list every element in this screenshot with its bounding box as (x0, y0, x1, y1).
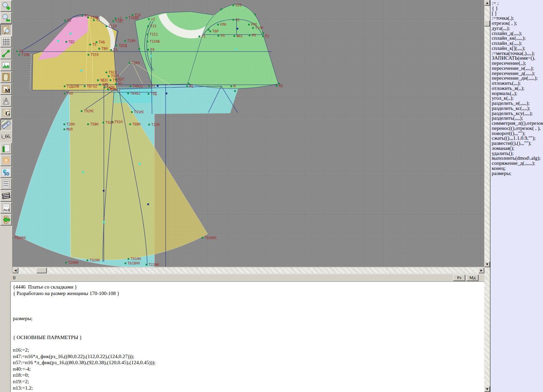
command-item[interactable]: поворот((),,,""); (492, 131, 543, 136)
point-marker (88, 54, 89, 56)
command-item[interactable]: пересечение_д(,,,,,); (492, 71, 543, 76)
point-marker (262, 35, 264, 37)
point-marker (99, 84, 101, 85)
grid-button[interactable] (0, 36, 12, 47)
table-button[interactable] (0, 143, 12, 154)
command-item[interactable]: ЗАПИСАТЬ(имя=(), (492, 56, 543, 61)
command-item[interactable]: разделить(,,,,); (492, 116, 543, 121)
point-marker (102, 122, 104, 123)
command-item[interactable]: удалить(); (492, 151, 543, 156)
command-item[interactable]: выполнить(dmod\.alg); (492, 156, 543, 161)
status-bar: 0 Рз Мд (10, 274, 484, 281)
command-item[interactable]: пересечение_н(,,,,); (492, 66, 543, 71)
canvas-hscrollbar[interactable]: ◀ ▶ (13, 268, 484, 273)
point-label: Т10Б (21, 53, 30, 57)
scroll-down-button-2[interactable]: ▼ (484, 386, 490, 392)
command-item[interactable]: разделить_н(,,,,,); (492, 101, 543, 106)
alg-button[interactable]: ALG (0, 202, 12, 214)
command-item[interactable]: пересечение(,,); (492, 61, 543, 66)
point-marker (93, 19, 95, 21)
point-marker (217, 24, 219, 25)
open-book-button[interactable] (0, 214, 12, 226)
scroll-left-button[interactable]: ◀ (13, 268, 18, 273)
point-marker (129, 62, 130, 64)
point-marker (87, 123, 89, 125)
image-button[interactable] (0, 60, 12, 71)
program-editor[interactable]: {4446 Платье со складками } { Разработан… (10, 281, 484, 392)
scroll-down-button[interactable]: ▼ (484, 261, 490, 267)
photo-button[interactable] (0, 155, 12, 166)
point-label: Т10Н (127, 39, 135, 43)
command-item[interactable]: конец; (492, 166, 543, 171)
point-marker (208, 29, 209, 31)
drawing-canvas[interactable]: Т1Т3Т30БТ7х2Т10ГТ11ПТ4БТД1Т5Т555ГбТ10БТ8… (13, 0, 484, 267)
command-item[interactable]: сжать((),,,1.1,0.9,""); (492, 136, 543, 141)
rz-button[interactable]: Рз (453, 275, 465, 281)
segment-button[interactable] (0, 48, 12, 59)
vscrollbar[interactable]: ▲ ▼ ▼ (484, 0, 490, 392)
pattern-piece-button[interactable] (0, 72, 12, 83)
scroll-right-button[interactable]: ▶ (479, 268, 484, 273)
view-piece-button[interactable] (0, 24, 12, 36)
command-item[interactable]: развести((),(),,,""); (492, 141, 543, 146)
point-label: Т22Н (151, 123, 160, 126)
zoom-in-button[interactable] (0, 0, 12, 12)
3d-button[interactable]: 3D (0, 166, 12, 178)
point-label: ТД1 (69, 40, 75, 44)
point-label: Т91Н (114, 120, 123, 124)
command-item[interactable]: симметрия_л((),отрезок (492, 121, 543, 126)
point-label: Т91НС (134, 110, 144, 114)
point-marker (112, 20, 114, 22)
command-item[interactable]: сплайн_к(,,,,); (492, 41, 543, 46)
command-item[interactable]: := ; (492, 1, 543, 6)
file-label: i_66. (0, 131, 12, 142)
command-item[interactable]: разделить_кс(,,,,); (492, 106, 543, 111)
command-item[interactable]: { } (492, 6, 543, 11)
command-item[interactable]: пересечение_дн(,,,,,); (492, 76, 543, 81)
point-label: Т15 (150, 24, 156, 28)
drafting-tools-button[interactable]: A (0, 95, 12, 107)
scroll-up-button[interactable]: ▲ (484, 0, 490, 6)
m-tool-button[interactable]: M (0, 83, 12, 95)
point-label: РЛ (221, 34, 225, 38)
g-tool-button[interactable]: G (0, 107, 12, 119)
drafting-icon: A (2, 97, 11, 105)
point-marker (138, 48, 140, 50)
command-item[interactable]: сплайн_д(,,,,); (492, 31, 543, 36)
command-item[interactable]: отложить(,,,); (492, 81, 543, 86)
image-icon (2, 61, 11, 70)
command-item[interactable]: дуга(,,,); (492, 26, 543, 31)
command-item[interactable]: перенос((),отрезок( , ), (492, 126, 543, 131)
point-marker (233, 35, 235, 37)
command-item[interactable]: [ ] (492, 11, 543, 16)
point-marker (237, 28, 238, 30)
point-marker (146, 264, 147, 266)
point-marker (108, 75, 110, 77)
command-item[interactable]: разделить_ксу(,,,,); (492, 111, 543, 116)
command-item[interactable]: размеры; (492, 171, 543, 176)
point-label: Т16ДБ (129, 16, 139, 20)
command-panel: := ;{ }[ ]:=точка(,);отрезок( , );дуга(,… (490, 0, 543, 392)
command-item[interactable]: сплайн_к[](,,,,); (492, 46, 543, 51)
books-button[interactable] (0, 190, 12, 202)
command-item[interactable]: ломаная(); (492, 146, 543, 151)
vscroll-thumb[interactable] (484, 20, 490, 26)
zoom-out-button[interactable] (0, 12, 12, 24)
command-item[interactable]: :=метка(точка(,),,,,); (492, 51, 543, 56)
list-button[interactable] (0, 178, 12, 190)
letter-g-icon: G (2, 109, 11, 117)
command-item[interactable]: :=точка(,); (492, 16, 543, 21)
command-item[interactable]: отрезок( , ); (492, 21, 543, 26)
command-item[interactable]: сплайн_кк(,,,,,); (492, 36, 543, 41)
hscroll-thumb[interactable] (36, 268, 47, 273)
ruler-button[interactable]: 8 (0, 119, 12, 131)
point-label: РП (252, 34, 256, 37)
command-item[interactable]: угол_к(,,); (492, 96, 543, 101)
point-marker (64, 85, 65, 87)
point-marker (218, 35, 219, 37)
point-label: Т4Б (99, 40, 105, 44)
command-item[interactable]: отложить_в(,,); (492, 86, 543, 91)
command-item[interactable]: сопряжение_д(,,,,,,); (492, 161, 543, 166)
command-item[interactable]: нормаль(,,); (492, 91, 543, 96)
md-button[interactable]: Мд (466, 275, 479, 281)
